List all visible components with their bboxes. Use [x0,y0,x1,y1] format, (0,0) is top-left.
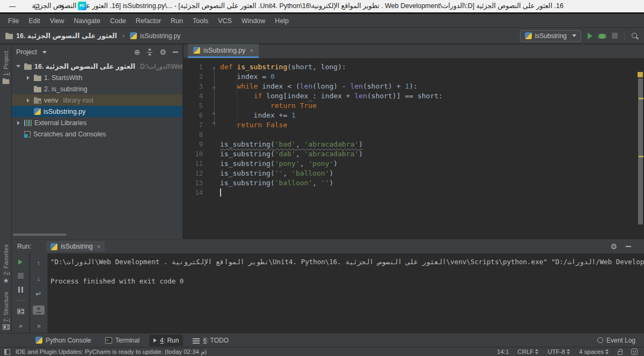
run-configuration-select[interactable]: isSubstring [520,30,581,42]
gutter-line-11: 11 [184,159,218,169]
menu-item-vcs[interactable]: VCS [213,16,237,26]
menu-item-run[interactable]: Run [166,16,188,26]
menu-item-refactor[interactable]: Refactor [131,16,166,26]
lock-icon[interactable] [618,351,623,355]
code-token: 'abracadabra' [304,150,359,158]
folder-venv-icon [34,98,41,104]
tree-item-venv[interactable]: venvlibrary root [12,95,182,106]
locate-icon[interactable]: ⊕ [134,48,141,56]
strip-mnemonic: 2 [3,272,9,275]
menu-item-window[interactable]: Window [237,16,270,26]
vertical-scrollbar[interactable] [638,78,643,224]
more-chevrons-icon[interactable]: » [19,322,22,330]
menu-item-tools[interactable]: Tools [188,16,213,26]
menu-item-edit[interactable]: Edit [24,16,45,26]
menu-item-view[interactable]: View [45,16,69,26]
expand-arrow-icon[interactable] [25,76,31,80]
status-message[interactable]: IDE and Plugin Updates: PyCharm is ready… [16,348,207,355]
restore-layout-icon[interactable] [14,308,26,315]
stop-icon[interactable] [14,273,26,279]
close-tab-icon[interactable]: × [97,243,100,250]
code-text[interactable]: def is_substring(short, long): index = 0… [220,62,636,198]
settings-icon[interactable]: ⚙ [159,48,166,56]
fold-marker-icon[interactable]: ⌄ [212,62,216,71]
expand-arrow-icon[interactable] [15,65,21,68]
fold-marker-icon[interactable]: ⌃ [212,110,216,120]
up-stack-trace-icon[interactable]: ↑ [33,259,45,267]
menu-item-help[interactable]: Help [270,16,294,26]
event-log-button[interactable]: Event Log [597,337,644,344]
toolwindow-label: Python Console [46,337,91,344]
horizontal-scrollbar[interactable] [13,234,67,236]
expand-arrow-icon[interactable] [25,98,31,103]
line-ending-select[interactable]: CRLF [517,348,539,355]
close-button[interactable]: ✕ [49,0,74,12]
encoding-select[interactable]: UTF-8 [547,348,570,355]
stop-button[interactable] [612,33,618,39]
scroll-to-end-icon[interactable] [33,306,45,315]
toolwindow-python-console[interactable]: Python Console [31,335,96,346]
editor-tab[interactable]: isSubstring.py × [188,44,259,58]
hide-panel-icon[interactable] [173,52,178,53]
triangle-down-icon [16,65,20,68]
minimize-button[interactable]: — [0,0,25,12]
debug-button[interactable] [599,34,605,39]
project-panel-title[interactable]: Project [16,48,37,56]
run-button[interactable] [588,33,592,39]
expand-arrow-icon[interactable] [15,121,21,125]
caret-position[interactable]: 14:1 [497,348,509,355]
tool-strip-project[interactable]: 1: Project [0,51,12,84]
down-stack-trace-icon[interactable]: ↓ [33,274,45,282]
hide-panel-icon[interactable] [626,246,631,247]
fold-marker-icon[interactable]: ⌃ [212,120,216,129]
python-icon [525,32,532,39]
editor: isSubstring.py × 1⌄23⌄456⌃7⌃891011121314… [184,45,644,239]
code-token [220,101,270,110]
settings-icon[interactable]: ⚙ [610,243,617,250]
tree-item-2-is_substring[interactable]: 2. is_substring [12,83,182,95]
ide-errors-icon[interactable] [631,348,638,355]
tree-item-1-startswith[interactable]: 1. StartsWith [12,72,182,83]
toolwindow-terminal[interactable]: >_Terminal [101,335,144,346]
gutter-line-14: 14 [184,188,218,198]
soft-wrap-icon[interactable]: ↵ [33,290,45,298]
tool-window-toggle-icon[interactable] [4,349,10,355]
menu-item-file[interactable]: File [3,16,24,26]
todo-icon [193,338,200,343]
tree-item-issubstring-py[interactable]: isSubstring.py [12,106,182,117]
search-everywhere-icon[interactable] [631,32,639,40]
close-tab-icon[interactable]: × [250,47,253,54]
code-line-5: return True [220,101,636,111]
toolwindow--run[interactable]: 4: Run [149,335,183,346]
breadcrumb-separator: › [122,32,125,40]
warning-stripe-mark[interactable] [639,98,643,99]
tree-item-16-[interactable]: 16. العثور على النصوص الجزئيةD:\الدورات\… [12,61,182,72]
more-chevrons-icon[interactable]: » [37,322,40,330]
line-number: 3 [199,82,203,91]
rerun-icon[interactable] [14,259,26,265]
warning-stripe-mark[interactable] [639,156,643,157]
tree-item-scratches-and-consoles[interactable]: Scratches and Consoles [12,128,182,140]
toolwindow--todo[interactable]: 6: TODO [188,335,233,346]
line-number: 5 [199,101,203,111]
code-area[interactable]: 1⌄23⌄456⌃7⌃891011121314 def is_substring… [184,59,644,239]
tool-strip-favorites[interactable]: 2: Favorites ★ [0,244,12,284]
pause-icon[interactable] [14,287,26,293]
breadcrumb-project[interactable]: 16. العثور على النصوص الجزئية [16,32,117,40]
maximize-button[interactable]: ▢ [25,0,49,12]
collapse-all-icon[interactable] [147,49,153,55]
triangle-right-icon [27,98,30,103]
code-line-8 [220,130,636,140]
folder-icon [5,34,13,39]
line-number: 14 [195,188,203,198]
tool-strip-structure[interactable]: 7: Structure [0,292,12,330]
tree-item-external-libraries[interactable]: External Libraries [12,117,182,128]
menu-item-navigate[interactable]: Navigate [69,16,105,26]
menu-item-code[interactable]: Code [105,16,131,26]
code-token: '' [321,179,330,187]
fold-marker-icon[interactable]: ⌄ [212,81,216,91]
run-tab[interactable]: isSubstring × [46,241,105,252]
breadcrumb-file[interactable]: isSubstring.py [140,32,180,40]
indent-select[interactable]: 4 spaces [579,348,609,355]
run-console[interactable]: "D:\الدورات\Web Development . تطوير المو… [48,253,644,333]
